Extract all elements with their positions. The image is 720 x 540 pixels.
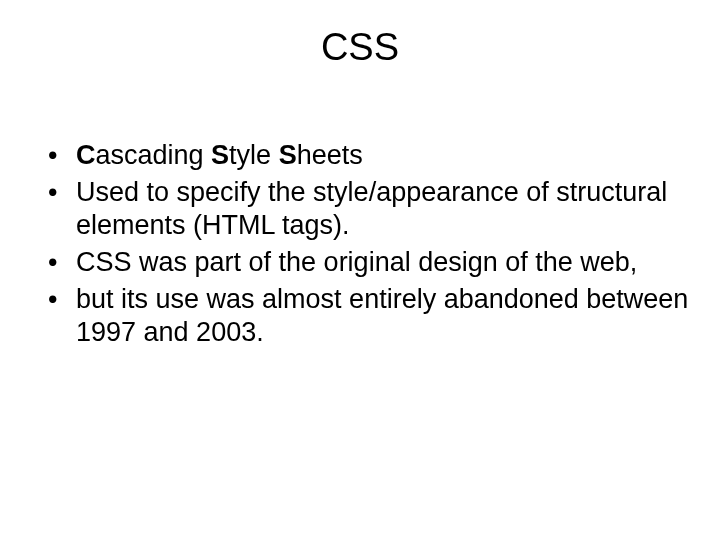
text-span: ascading [96,140,212,170]
text-span: Used to specify the style/appearance of … [76,177,667,240]
slide: CSS Cascading Style Sheets Used to speci… [0,0,720,540]
slide-title: CSS [30,26,690,69]
list-item: CSS was part of the original design of t… [48,246,690,279]
bullet-list: Cascading Style Sheets Used to specify t… [48,139,690,349]
bold-text: S [211,140,229,170]
list-item: but its use was almost entirely abandone… [48,283,690,349]
text-span: tyle [229,140,279,170]
list-item: Used to specify the style/appearance of … [48,176,690,242]
text-span: heets [297,140,363,170]
bold-text: C [76,140,96,170]
text-span: but its use was almost entirely abandone… [76,284,688,347]
bold-text: S [279,140,297,170]
text-span: CSS was part of the original design of t… [76,247,637,277]
list-item: Cascading Style Sheets [48,139,690,172]
